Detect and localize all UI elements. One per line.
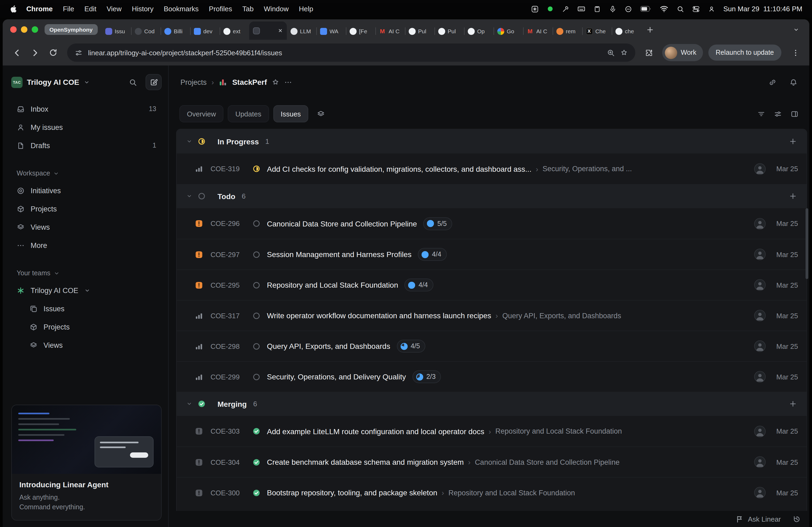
- menu-item-file[interactable]: File: [63, 5, 74, 13]
- sidebar-item-initiatives[interactable]: Initiatives: [11, 181, 162, 200]
- add-issue-icon[interactable]: [789, 400, 797, 408]
- priority-urgent-icon[interactable]: [195, 281, 203, 289]
- browser-tab[interactable]: XChe: [582, 22, 611, 40]
- menu-item-tab[interactable]: Tab: [243, 5, 254, 13]
- relaunch-button[interactable]: Relaunch to update: [708, 45, 781, 61]
- sidebar-item-my-issues[interactable]: My issues: [11, 118, 162, 136]
- favorite-star-icon[interactable]: [272, 78, 279, 86]
- browser-tab[interactable]: LLM: [287, 22, 316, 40]
- issue-group-header-todo[interactable]: Todo6: [177, 184, 807, 208]
- status-todo-icon[interactable]: [252, 342, 260, 350]
- menu-item-chrome[interactable]: Chrome: [26, 5, 53, 13]
- sidebar-item-drafts[interactable]: Drafts1: [11, 136, 162, 154]
- promo-card[interactable]: Introducing Linear Agent Ask anything. C…: [11, 404, 162, 521]
- tab-updates[interactable]: Updates: [228, 105, 269, 122]
- tab-group-chip[interactable]: OpenSymphony: [45, 24, 98, 35]
- status-merging-icon[interactable]: [252, 458, 260, 466]
- parent-project[interactable]: Canonical Data Store and Collection Pipe…: [475, 458, 620, 466]
- browser-tab-active[interactable]: [249, 21, 287, 40]
- issue-row-coe-304[interactable]: COE-304Create benchmark database schema …: [177, 447, 807, 477]
- workspace-switcher[interactable]: TAC Trilogy AI COE: [11, 71, 162, 93]
- browser-tab[interactable]: Pul: [405, 22, 434, 40]
- minimize-window-button[interactable]: [21, 26, 27, 33]
- priority-bars-icon[interactable]: [195, 373, 203, 381]
- reload-button[interactable]: [45, 44, 62, 61]
- browser-tab[interactable]: rem: [552, 22, 582, 40]
- parent-project[interactable]: Query API, Exports, and Dashboards: [503, 312, 621, 320]
- menu-item-window[interactable]: Window: [264, 5, 289, 13]
- scrollbar-thumb[interactable]: [806, 208, 808, 279]
- section-workspace[interactable]: Workspace: [11, 165, 162, 181]
- sub-issue-progress[interactable]: 5/5: [423, 217, 452, 230]
- display-options-icon[interactable]: [774, 110, 782, 118]
- side-panel-toggle-icon[interactable]: [791, 110, 799, 118]
- keyboard-icon[interactable]: [577, 5, 585, 13]
- issue-row-coe-319[interactable]: COE-319Add CI checks for config validati…: [177, 153, 807, 184]
- issue-row-coe-303[interactable]: COE-303Add example LiteLLM route configu…: [177, 416, 807, 447]
- menu-item-help[interactable]: Help: [299, 5, 313, 13]
- project-options-icon[interactable]: [284, 78, 292, 86]
- priority-bars-icon[interactable]: [195, 312, 203, 320]
- menu-item-bookmarks[interactable]: Bookmarks: [164, 5, 199, 13]
- ask-linear-button[interactable]: Ask Linear: [736, 515, 781, 523]
- browser-tab[interactable]: [Fe: [346, 22, 375, 40]
- status-in-progress-icon[interactable]: [252, 165, 260, 173]
- assignee-avatar[interactable]: [754, 249, 766, 260]
- priority-urgent-icon[interactable]: [195, 427, 203, 435]
- back-button[interactable]: [8, 44, 25, 61]
- zoom-icon[interactable]: [607, 48, 615, 57]
- green-status-icon[interactable]: [547, 5, 554, 12]
- browser-tab[interactable]: Pul: [434, 22, 464, 40]
- priority-bars-icon[interactable]: [195, 165, 203, 173]
- menubar-clock[interactable]: Sun Mar 29 11:10:46 PM: [723, 5, 802, 13]
- browser-menu-icon[interactable]: [787, 44, 804, 61]
- issue-group-header-merging[interactable]: Merging6: [177, 392, 807, 416]
- close-tab-icon[interactable]: [277, 28, 283, 33]
- sidebar-item-projects[interactable]: Projects: [11, 318, 162, 336]
- status-todo-icon[interactable]: [198, 192, 206, 200]
- address-bar[interactable]: linear.app/trilogy-ai-coe/project/stackp…: [67, 44, 635, 62]
- collapse-group-icon[interactable]: [186, 401, 192, 407]
- wifi-icon[interactable]: [659, 5, 669, 12]
- issue-row-coe-295[interactable]: COE-295Repository and Local Stack Founda…: [177, 269, 807, 300]
- mic-icon[interactable]: [609, 5, 617, 13]
- parent-project[interactable]: Repository and Local Stack Foundation: [448, 488, 575, 497]
- menu-item-edit[interactable]: Edit: [84, 5, 97, 13]
- profile-chip[interactable]: Work: [662, 44, 703, 61]
- browser-tab[interactable]: dev: [190, 22, 219, 40]
- status-merging-icon[interactable]: [252, 488, 260, 497]
- forward-button[interactable]: [26, 44, 44, 61]
- add-issue-icon[interactable]: [789, 137, 797, 146]
- tab-search-button[interactable]: [789, 22, 803, 36]
- browser-tab[interactable]: Issu: [101, 22, 131, 40]
- add-issue-icon[interactable]: [789, 192, 797, 200]
- priority-urgent-icon[interactable]: [195, 250, 203, 258]
- extensions-icon[interactable]: [640, 44, 657, 61]
- menu-item-history[interactable]: History: [132, 5, 154, 13]
- issue-row-coe-300[interactable]: COE-300Bootstrap repository, tooling, an…: [177, 477, 807, 508]
- assignee-avatar[interactable]: [754, 340, 766, 352]
- issue-row-coe-298[interactable]: COE-298Query API, Exports, and Dashboard…: [177, 331, 807, 361]
- sidebar-item-more[interactable]: More: [11, 236, 162, 254]
- assignee-avatar[interactable]: [754, 279, 766, 291]
- parent-project[interactable]: Repository and Local Stack Foundation: [495, 427, 622, 435]
- apple-menu-icon[interactable]: [10, 5, 18, 13]
- priority-bars-icon[interactable]: [195, 342, 203, 350]
- browser-tab[interactable]: ext: [219, 22, 249, 40]
- new-view-button[interactable]: [313, 106, 329, 122]
- sidebar-item-views[interactable]: Views: [11, 336, 162, 354]
- sidebar-item-issues[interactable]: Issues: [11, 299, 162, 318]
- status-todo-icon[interactable]: [252, 312, 260, 320]
- filter-icon[interactable]: [757, 110, 765, 118]
- section-your-teams[interactable]: Your teams: [11, 265, 162, 281]
- browser-tab[interactable]: Billi: [160, 22, 190, 40]
- tab-overview[interactable]: Overview: [179, 105, 223, 122]
- assignee-avatar[interactable]: [754, 217, 766, 229]
- browser-tab[interactable]: che: [611, 22, 641, 40]
- notifications-bell-icon[interactable]: [789, 78, 798, 86]
- assignee-avatar[interactable]: [754, 487, 766, 499]
- zoom-window-button[interactable]: [32, 26, 38, 33]
- browser-tab[interactable]: WA: [316, 22, 346, 40]
- priority-urgent-icon[interactable]: [195, 488, 203, 497]
- browser-tab[interactable]: Op: [464, 22, 493, 40]
